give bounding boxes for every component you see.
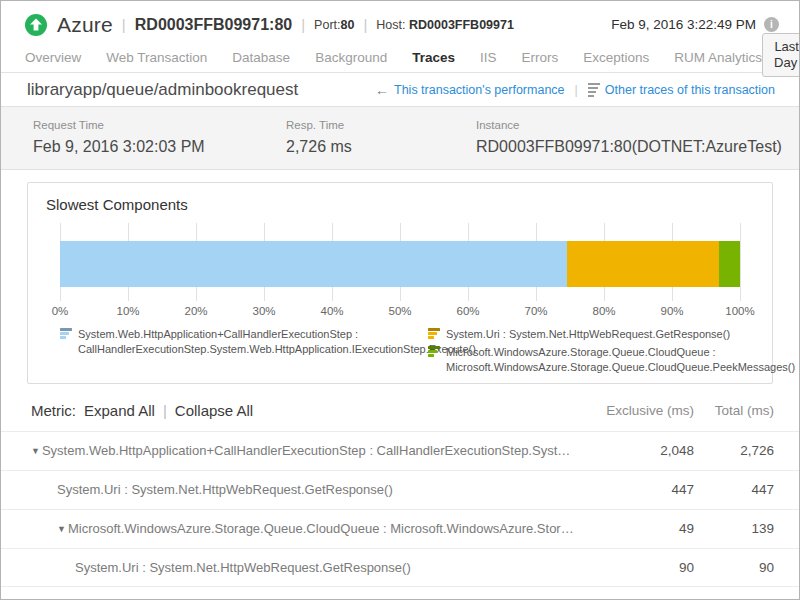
transaction-links: ← This transaction's performance | Other… xyxy=(375,82,775,98)
chart-title: Slowest Components xyxy=(46,196,772,213)
current-timestamp: Feb 9, 2016 3:22:49 PM xyxy=(611,17,756,32)
collapse-all-button[interactable]: Collapse All xyxy=(175,402,253,419)
total-ms-value: 2,726 xyxy=(694,443,774,458)
legend-swatch-icon xyxy=(428,346,440,375)
x-tick: 10% xyxy=(116,305,139,317)
component-duration-bar xyxy=(60,241,740,287)
response-time-label: Resp. Time xyxy=(286,119,476,131)
table-row[interactable]: ▼System.Web.HttpApplication+CallHandlerE… xyxy=(1,431,799,470)
x-tick: 20% xyxy=(184,305,207,317)
response-time-value: 2,726 ms xyxy=(286,138,476,156)
table-row[interactable]: ▼Microsoft.WindowsAzure.Storage.Queue.Cl… xyxy=(1,509,799,548)
app-status-icon xyxy=(25,14,47,36)
request-time-label: Request Time xyxy=(33,119,286,131)
tab-rum-analytics[interactable]: RUM Analytics xyxy=(674,50,762,65)
bar-segment-peekmessages[interactable] xyxy=(719,241,740,287)
collapse-arrow-icon[interactable]: ▼ xyxy=(31,446,40,456)
total-ms-value: 139 xyxy=(694,521,774,536)
separator: | xyxy=(122,16,126,33)
app-name: Azure xyxy=(57,13,113,37)
column-headers: Exclusive (ms) Total (ms) xyxy=(584,403,775,418)
table-row[interactable]: ▼System.Uri : System.Net.HttpWebRequest.… xyxy=(1,470,799,509)
trace-summary-band: Request Time Feb 9, 2016 3:02:03 PM Resp… xyxy=(1,106,799,170)
x-tick: 0% xyxy=(52,305,69,317)
nav-bar: Overview Web Transaction Database Backgr… xyxy=(1,39,799,73)
response-time-cell: Resp. Time 2,726 ms xyxy=(286,119,476,156)
app-window: Azure | RD0003FFB09971:80 | Port:80 | Ho… xyxy=(0,0,800,600)
app-identity: Azure | RD0003FFB09971:80 | Port:80 | Ho… xyxy=(25,13,514,37)
x-tick: 80% xyxy=(592,305,615,317)
separator: | xyxy=(301,16,305,33)
arrow-left-icon: ← xyxy=(375,82,389,98)
instance-value: RD0003FFB09971:80(DOTNET:AzureTest) xyxy=(476,138,782,156)
tab-iis[interactable]: IIS xyxy=(480,50,497,65)
legend-swatch-icon xyxy=(428,328,440,342)
x-tick: 100% xyxy=(725,305,754,317)
tab-traces[interactable]: Traces xyxy=(412,50,455,65)
tab-errors[interactable]: Errors xyxy=(522,50,559,65)
header-time: Feb 9, 2016 3:22:49 PM i xyxy=(611,17,779,32)
metric-name: ▼System.Web.HttpApplication+CallHandlerE… xyxy=(31,443,584,458)
host-info: Host: RD0003FFB09971 xyxy=(376,18,514,32)
info-icon[interactable]: i xyxy=(764,17,779,32)
metric-label: Metric: xyxy=(31,402,76,419)
tab-background[interactable]: Background xyxy=(315,50,387,65)
stacked-bar-chart: 0% 10% 20% 30% 40% 50% 60% 70% 80% 90% 1… xyxy=(60,223,740,323)
x-tick: 40% xyxy=(320,305,343,317)
separator: | xyxy=(575,83,578,97)
tab-web-transaction[interactable]: Web Transaction xyxy=(106,50,207,65)
separator: | xyxy=(163,402,167,419)
instance-label: Instance xyxy=(476,119,782,131)
chart-legend: System.Web.HttpApplication+CallHandlerEx… xyxy=(60,327,740,375)
x-tick: 90% xyxy=(660,305,683,317)
instance-name: RD0003FFB09971:80 xyxy=(135,16,292,34)
legend-item: System.Uri : System.Net.HttpWebRequest.G… xyxy=(428,327,776,342)
exclusive-ms-value: 447 xyxy=(584,482,694,497)
gridline xyxy=(740,223,741,301)
expand-all-button[interactable]: Expand All xyxy=(84,402,155,419)
legend-swatch-icon xyxy=(60,328,72,357)
metric-table: Metric: Expand All | Collapse All Exclus… xyxy=(1,394,799,587)
x-tick: 30% xyxy=(252,305,275,317)
collapse-arrow-icon[interactable]: ▼ xyxy=(57,524,66,534)
transaction-performance-link[interactable]: ← This transaction's performance xyxy=(375,82,565,98)
exclusive-column-header: Exclusive (ms) xyxy=(584,403,694,418)
metric-name: ▼System.Uri : System.Net.HttpWebRequest.… xyxy=(31,482,584,497)
table-row[interactable]: ▼System.Uri : System.Net.HttpWebRequest.… xyxy=(1,548,799,587)
tab-overview[interactable]: Overview xyxy=(25,50,81,65)
page-title: libraryapp/queue/adminbookrequest xyxy=(27,80,298,100)
metric-name: ▼System.Uri : System.Net.HttpWebRequest.… xyxy=(31,560,584,575)
legend-item: Microsoft.WindowsAzure.Storage.Queue.Clo… xyxy=(428,345,776,375)
port-info: Port:80 xyxy=(314,18,354,32)
time-range-dropdown[interactable]: Last 1 Day▼ xyxy=(762,33,800,76)
exclusive-ms-value: 90 xyxy=(584,560,694,575)
header: Azure | RD0003FFB09971:80 | Port:80 | Ho… xyxy=(1,1,799,39)
exclusive-ms-value: 2,048 xyxy=(584,443,694,458)
legend-item: System.Web.HttpApplication+CallHandlerEx… xyxy=(60,327,428,357)
x-tick: 50% xyxy=(388,305,411,317)
separator: | xyxy=(363,16,367,33)
metric-table-header: Metric: Expand All | Collapse All Exclus… xyxy=(1,394,799,431)
x-tick: 70% xyxy=(524,305,547,317)
metric-name: ▼Microsoft.WindowsAzure.Storage.Queue.Cl… xyxy=(31,521,584,536)
total-column-header: Total (ms) xyxy=(694,403,774,418)
slowest-components-panel: Slowest Components 0% 10% 20% 30% 40% 50… xyxy=(27,182,773,384)
request-time-cell: Request Time Feb 9, 2016 3:02:03 PM xyxy=(33,119,286,156)
request-time-value: Feb 9, 2016 3:02:03 PM xyxy=(33,138,286,156)
bar-segment-execute[interactable] xyxy=(60,241,567,287)
exclusive-ms-value: 49 xyxy=(584,521,694,536)
instance-cell: Instance RD0003FFB09971:80(DOTNET:AzureT… xyxy=(476,119,782,156)
tab-database[interactable]: Database xyxy=(232,50,290,65)
total-ms-value: 447 xyxy=(694,482,774,497)
nav-actions: Last 1 Day▼ ≡ xyxy=(762,33,800,76)
x-tick: 60% xyxy=(456,305,479,317)
metric-controls: Metric: Expand All | Collapse All xyxy=(31,402,253,419)
total-ms-value: 90 xyxy=(694,560,774,575)
bar-segment-getresponse[interactable] xyxy=(567,241,719,287)
other-traces-link[interactable]: Other traces of this transaction xyxy=(588,83,775,97)
trace-list-icon xyxy=(588,83,600,97)
tab-exceptions[interactable]: Exceptions xyxy=(583,50,649,65)
tab-bar: Overview Web Transaction Database Backgr… xyxy=(25,50,762,65)
transaction-title-row: libraryapp/queue/adminbookrequest ← This… xyxy=(1,73,799,106)
